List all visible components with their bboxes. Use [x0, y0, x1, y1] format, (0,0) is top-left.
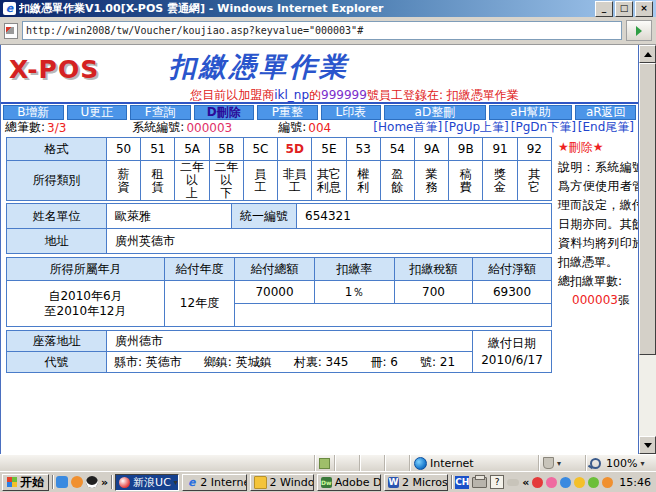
- help-tray-icon[interactable]: ?: [490, 475, 504, 489]
- zoom-control[interactable]: 100% ▾: [586, 455, 656, 471]
- maximize-button[interactable]: □: [615, 1, 633, 17]
- pgup-prev-link[interactable]: [PgUp上筆]: [444, 119, 509, 136]
- delete-button[interactable]: D刪除: [194, 105, 255, 120]
- update-button[interactable]: U更正: [67, 105, 128, 120]
- withhold-tax-field[interactable]: 700: [395, 281, 473, 304]
- tray-misc-icon[interactable]: [507, 479, 519, 486]
- category-option: 其它 利息: [312, 161, 346, 201]
- format-option-selected[interactable]: 5D: [278, 138, 312, 161]
- township-field[interactable]: 鄉鎮: 英城鎮: [204, 354, 272, 371]
- page-icon: [4, 23, 18, 39]
- security-zone-segment: Internet: [410, 455, 539, 471]
- task-adobe-dreamweaver[interactable]: Dw Adobe Drea...: [317, 474, 381, 491]
- batch-delete-button[interactable]: aD整刪: [384, 105, 485, 120]
- pay-date-label: 繳付日期: [474, 335, 550, 352]
- total-vouchers-value: 000003張: [558, 291, 639, 310]
- pay-date-value[interactable]: 2010/6/17: [474, 352, 550, 369]
- format-option[interactable]: 91: [483, 138, 517, 161]
- tray-app-icon[interactable]: [532, 477, 543, 488]
- word-icon: W: [388, 477, 399, 488]
- system-number-value: 000003: [186, 121, 232, 135]
- help-button[interactable]: aH幫助: [489, 105, 573, 120]
- end-last-link[interactable]: [End尾筆]: [578, 119, 634, 136]
- task-windows-explorer-group[interactable]: 2 Windows... ▾: [250, 474, 314, 491]
- status-mini-segment: [315, 455, 335, 471]
- close-button[interactable]: ×: [635, 1, 653, 17]
- format-option[interactable]: 54: [380, 138, 414, 161]
- refresh-go-button[interactable]: [626, 20, 652, 41]
- format-option[interactable]: 5C: [243, 138, 277, 161]
- format-option[interactable]: 5A: [175, 138, 209, 161]
- quick-launch-browser-icon[interactable]: [56, 476, 68, 488]
- print-button[interactable]: L印表: [321, 105, 382, 120]
- withhold-rate-field[interactable]: 1％: [315, 281, 395, 304]
- window-title: 扣繳憑單作業V1.00[X-POS 雲通網] - Windows Interne…: [19, 1, 592, 16]
- format-option[interactable]: 9B: [449, 138, 483, 161]
- tray-app-icon[interactable]: [602, 477, 613, 488]
- url-input[interactable]: [22, 21, 622, 40]
- scrollbar-track[interactable]: [639, 355, 656, 436]
- format-option[interactable]: 5B: [209, 138, 243, 161]
- return-button[interactable]: aR返回: [575, 105, 636, 120]
- tray-app-icon[interactable]: [546, 477, 557, 488]
- name-unit-field[interactable]: 歐萊雅: [107, 204, 232, 229]
- minimize-button[interactable]: _: [595, 1, 613, 17]
- scroll-down-button[interactable]: [639, 436, 656, 454]
- vertical-scrollbar[interactable]: [639, 45, 656, 454]
- pay-extra-row[interactable]: [235, 304, 552, 327]
- task-sina-uc[interactable]: 新浪UC ▾: [115, 474, 179, 491]
- village-field[interactable]: 村裏: 345: [294, 354, 349, 371]
- refresh-list-button[interactable]: P重整: [257, 105, 318, 120]
- taskbar-separator: [52, 475, 53, 489]
- query-button[interactable]: F查詢: [130, 105, 191, 120]
- system-number-label: 系統編號:: [132, 119, 184, 136]
- period-field[interactable]: 自2010年6月 至2010年12月: [7, 281, 165, 327]
- withhold-tax-header: 扣繳稅額: [395, 258, 473, 281]
- format-label: 格式: [7, 138, 107, 161]
- page-banner: X-POS 扣繳憑單作業: [1, 45, 638, 87]
- magnifier-icon: [590, 458, 601, 469]
- pay-net-field[interactable]: 69300: [473, 281, 552, 304]
- task-microsoft-word-group[interactable]: W 2 Microso... ▾: [384, 474, 448, 491]
- language-indicator[interactable]: CH: [455, 476, 469, 489]
- format-option[interactable]: 51: [141, 138, 175, 161]
- home-first-link[interactable]: [Home首筆]: [373, 119, 442, 136]
- pay-total-field[interactable]: 70000: [235, 281, 315, 304]
- number-field[interactable]: 號: 21: [420, 354, 455, 371]
- login-text: 號員工登錄在: 扣繳憑單作業: [367, 88, 519, 102]
- windows-taskbar: 开始 » 新浪UC ▾ e 2 Interne... ▾ 2 Windows..…: [0, 471, 656, 492]
- site-table: 座落地址 廣州德市 繳付日期 2010/6/17 代號 縣市: 英德: [6, 330, 552, 373]
- tray-app-icon[interactable]: [574, 477, 585, 488]
- address-field[interactable]: 廣州英德市: [107, 229, 552, 254]
- tray-collapse-icon[interactable]: «: [522, 476, 529, 489]
- pgdn-next-link[interactable]: [PgDn下筆]: [511, 119, 576, 136]
- unified-number-field[interactable]: 654321: [297, 204, 552, 229]
- site-address-field[interactable]: 廣州德市: [107, 331, 473, 352]
- total-records-label: 總筆數:: [5, 119, 45, 136]
- format-option[interactable]: 53: [346, 138, 380, 161]
- format-option[interactable]: 9A: [414, 138, 448, 161]
- scrollbar-thumb[interactable]: [639, 63, 656, 355]
- format-option[interactable]: 5E: [312, 138, 346, 161]
- taskbar-clock: 15:46: [616, 476, 654, 489]
- zoom-level: 100%: [606, 457, 637, 470]
- scroll-up-button[interactable]: [639, 45, 656, 63]
- tray-app-icon[interactable]: [560, 477, 571, 488]
- quick-launch-messenger-icon[interactable]: [71, 476, 83, 488]
- task-internet-explorer-group[interactable]: e 2 Interne... ▾: [182, 474, 246, 491]
- category-option: 業 務: [414, 161, 448, 201]
- printer-icon[interactable]: [472, 477, 487, 488]
- pay-year-field[interactable]: 12年度: [165, 281, 235, 327]
- quick-launch-more-icon[interactable]: »: [101, 476, 108, 489]
- protected-mode-segment[interactable]: ▾: [539, 455, 586, 471]
- tray-app-icon[interactable]: [588, 477, 599, 488]
- book-field[interactable]: 冊: 6: [370, 354, 398, 371]
- address-bar: [0, 17, 656, 45]
- county-field[interactable]: 縣市: 英德市: [114, 354, 182, 371]
- start-button[interactable]: 开始: [2, 474, 49, 491]
- quick-launch-qq-icon[interactable]: [86, 476, 98, 488]
- voucher-count: 000003: [572, 293, 618, 307]
- format-option[interactable]: 92: [517, 138, 551, 161]
- format-option[interactable]: 50: [107, 138, 141, 161]
- add-button[interactable]: B增新: [3, 105, 64, 120]
